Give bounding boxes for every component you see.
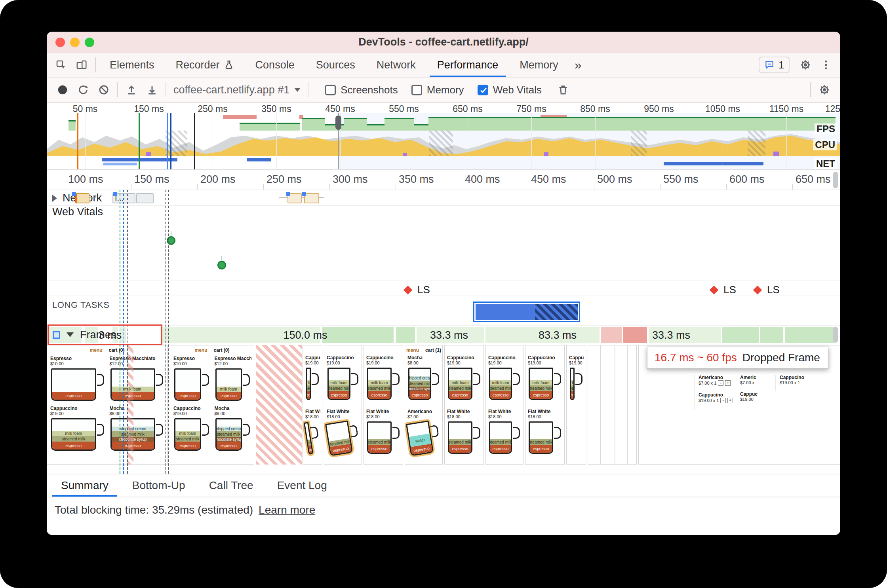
plus-button[interactable]: +: [727, 398, 733, 403]
filmstrip-frame[interactable]: Cappuccino$19.00espressosteamed milkmilk…: [303, 345, 322, 465]
drink-price: $19.00: [327, 360, 360, 366]
filmstrip-frame[interactable]: menucart (0)Espresso$10.00espressoEspres…: [170, 345, 254, 465]
filmstrip-frame[interactable]: Cappuccino$19.00espressosteamed milkmilk…: [566, 345, 586, 465]
layout-shift-diamond-icon: [710, 285, 719, 294]
disclosure-triangle-icon[interactable]: [67, 332, 74, 337]
zoom-button[interactable]: [85, 38, 94, 47]
cup-handle: [97, 374, 104, 386]
cup-graphic: espressosteamed milkmilk foam: [50, 417, 106, 451]
tab-summary[interactable]: Summary: [49, 474, 120, 497]
tab-bottom-up[interactable]: Bottom-Up: [120, 474, 197, 497]
network-request-bar[interactable]: [304, 193, 319, 203]
overview-event-marker: [170, 113, 171, 169]
trash-icon: [557, 84, 569, 96]
scrollbar-thumb[interactable]: [833, 172, 838, 188]
gridline: [213, 113, 213, 169]
tab-performance[interactable]: Performance: [426, 53, 509, 77]
tab-event-log[interactable]: Event Log: [265, 474, 339, 497]
record-button[interactable]: [52, 80, 73, 100]
cup-graphic: espressomilk foam: [215, 368, 252, 402]
long-task-bar[interactable]: [473, 302, 580, 322]
timeline-overview[interactable]: 50 ms150 ms250 ms350 ms450 ms550 ms650 m…: [47, 103, 840, 170]
tab-memory[interactable]: Memory: [509, 53, 569, 77]
filmstrip-frame[interactable]: menucart (1)Mocha$8.00espressochocolate …: [405, 345, 443, 465]
learn-more-link[interactable]: Learn more: [259, 504, 315, 516]
frame-segment[interactable]: [322, 327, 394, 343]
ruler-label: 600 ms: [729, 173, 765, 186]
save-profile-button[interactable]: [142, 80, 162, 100]
cup-handle: [312, 373, 319, 385]
minus-button[interactable]: -: [720, 398, 726, 403]
network-request-bar[interactable]: [75, 193, 89, 203]
frame-segment[interactable]: [396, 327, 415, 343]
tab-call-tree[interactable]: Call Tree: [197, 474, 265, 497]
minimize-button[interactable]: [70, 38, 80, 47]
filmstrip-frame[interactable]: Cappuccino$19.00espressosteamed milkmilk…: [444, 345, 484, 465]
tab-elements[interactable]: Elements: [99, 53, 165, 77]
delete-recording-button[interactable]: [553, 80, 573, 100]
frame-segment[interactable]: [785, 327, 835, 343]
frame-segment[interactable]: [760, 327, 783, 343]
filmstrip-frame[interactable]: Cappuccino$19.00espressosteamed milkmilk…: [324, 345, 362, 465]
network-request-bar[interactable]: [136, 193, 154, 203]
cup-layer-espresso: espresso: [571, 391, 573, 399]
filmstrip-frame[interactable]: Cappuccino$19.00espressosteamed milkmilk…: [485, 345, 523, 465]
tab-sources[interactable]: Sources: [305, 53, 366, 77]
profile-select[interactable]: coffee-cart.netlify.app #1: [169, 84, 305, 96]
filmstrip-frame[interactable]: [588, 345, 637, 465]
frame-segment[interactable]: [601, 327, 622, 343]
gridline: [85, 113, 86, 169]
long-task-hatch: [535, 304, 578, 320]
tab-network[interactable]: Network: [366, 53, 426, 77]
screenshot-cart-link: cart (0): [214, 347, 230, 353]
tab-console[interactable]: Console: [245, 53, 305, 77]
customize-devtools-button[interactable]: [816, 55, 836, 75]
device-toolbar-button[interactable]: [71, 55, 92, 75]
plus-button[interactable]: +: [725, 380, 731, 386]
overview-tick-label: 750 ms: [516, 104, 546, 114]
layout-shift-marker[interactable]: LS: [754, 284, 780, 296]
frame-segment[interactable]: [722, 327, 759, 343]
drink-name: Cappuccino: [173, 406, 211, 411]
coffee-cup-espresso_macchiato: Espresso Macchiato$12.00espressomilk foa…: [110, 356, 165, 402]
layout-shift-marker[interactable]: LS: [405, 284, 430, 296]
inspect-element-button[interactable]: [51, 55, 71, 75]
frame-segment[interactable]: [623, 327, 647, 343]
menu-grid: Espresso$10.00espressoEspresso Macchiato…: [173, 356, 251, 451]
issues-button[interactable]: 1: [759, 57, 790, 73]
drink-price: $19.00: [366, 360, 401, 366]
more-tabs-button[interactable]: »: [569, 53, 587, 77]
cpu-hatch-region: [631, 131, 647, 156]
close-button[interactable]: [55, 38, 65, 47]
filmstrip-frame[interactable]: Cappuccino$19.00espressosteamed milkmilk…: [525, 345, 565, 465]
cup-graphic: espresso: [50, 368, 106, 402]
chevron-down-icon: [294, 88, 301, 92]
cup-graphic: espressosteamed milkmilk foam: [447, 367, 482, 401]
titlebar[interactable]: DevTools - coffee-cart.netlify.app/: [47, 32, 840, 53]
minus-button[interactable]: -: [718, 380, 723, 386]
filmstrip-frame[interactable]: Cappuccino$19.00espressosteamed milkmilk…: [364, 345, 403, 465]
reload-and-record-button[interactable]: [73, 80, 93, 100]
summary-footer: Total blocking time: 35.29ms (estimated)…: [47, 497, 840, 535]
filmstrip-frame[interactable]: menucart (0)Espresso$10.00espressoEspres…: [47, 345, 168, 465]
lane-label-net: NET: [814, 158, 837, 169]
ruler-label: 450 ms: [531, 173, 566, 186]
cup-graphic: espressowater: [405, 418, 443, 457]
cup-graphic: espressosteamed milk: [366, 421, 401, 455]
frame-duration-label: 3 ms: [99, 329, 122, 341]
load-profile-button[interactable]: [121, 80, 142, 100]
cup-layer-espresso: espresso: [217, 442, 241, 450]
drink-name: Cappuccino: [305, 355, 320, 360]
overview-drag-handle[interactable]: [335, 116, 341, 130]
layout-shift-marker[interactable]: LS: [711, 284, 736, 296]
scrollbar-thumb[interactable]: [833, 327, 838, 343]
tab-recorder[interactable]: Recorder: [165, 53, 245, 77]
clear-recording-button[interactable]: [93, 80, 114, 100]
disclosure-triangle-icon[interactable]: [52, 195, 57, 202]
checkbox-screenshots[interactable]: Screenshots: [325, 84, 398, 96]
checkbox-web-vitals[interactable]: Web Vitals: [478, 84, 542, 96]
settings-button[interactable]: [795, 55, 816, 75]
capture-settings-button[interactable]: [814, 80, 835, 100]
good-vital-marker[interactable]: [217, 261, 226, 269]
checkbox-memory[interactable]: Memory: [411, 84, 464, 96]
